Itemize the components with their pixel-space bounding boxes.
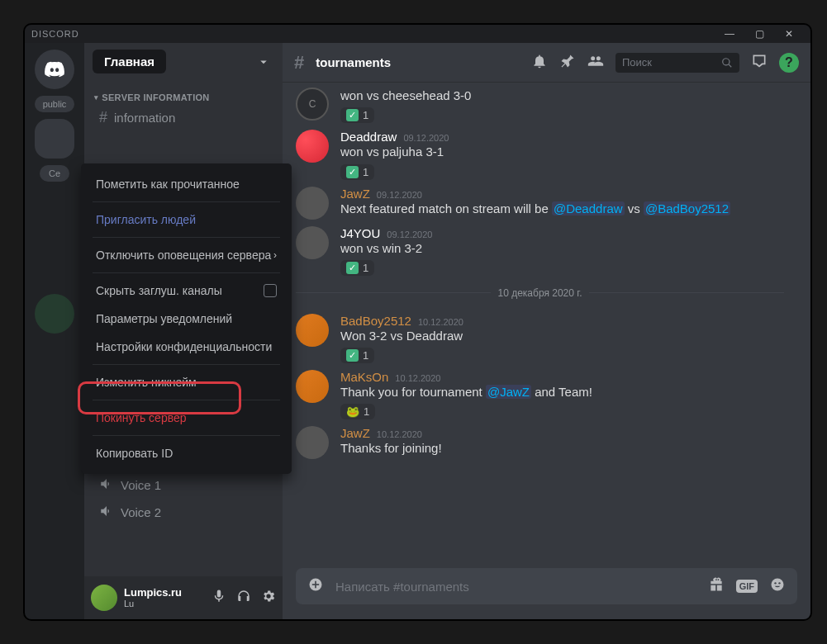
rail-server-public[interactable]: public: [35, 96, 74, 112]
message-date: 10.12.2020: [395, 373, 440, 383]
avatar[interactable]: [296, 187, 329, 220]
app-window: DISCORD — ▢ ✕ public Ce Главная: [23, 23, 812, 621]
avatar[interactable]: C: [296, 88, 329, 121]
chat-area: # tournaments Поиск ? C: [283, 43, 810, 619]
message-text: Thanks for joining!: [340, 440, 442, 457]
window-maximize-button[interactable]: ▢: [745, 28, 775, 40]
avatar[interactable]: [296, 314, 329, 347]
chevron-right-icon: ›: [273, 249, 277, 261]
message-text: won vs cheesehead 3-0: [340, 88, 471, 104]
headphones-icon[interactable]: [236, 589, 251, 607]
reaction[interactable]: 1: [340, 164, 374, 180]
category-label: SERVER INFORMATION: [102, 92, 209, 102]
message-author[interactable]: J4YOU: [340, 226, 380, 240]
svg-point-1: [772, 578, 784, 590]
message-list: C won vs cheesehead 3-0 1 Deaddraw09.12.…: [283, 83, 810, 568]
search-input[interactable]: Поиск: [615, 53, 739, 73]
gear-icon[interactable]: [261, 589, 276, 607]
message-author[interactable]: JawZ: [340, 187, 370, 201]
avatar[interactable]: [91, 585, 117, 611]
channel-item[interactable]: Voice 1: [91, 472, 276, 498]
server-name: Главная: [93, 50, 166, 73]
menu-notification-settings[interactable]: Параметры уведомлений: [88, 305, 285, 333]
menu-mute-server[interactable]: Отключить оповещения сервера›: [88, 241, 285, 269]
gif-icon[interactable]: GIF: [736, 580, 758, 593]
message-text: Next featured match on stream will be @D…: [340, 201, 730, 217]
window-close-button[interactable]: ✕: [775, 28, 804, 40]
message-date: 10.12.2020: [418, 317, 463, 327]
svg-point-2: [774, 582, 776, 584]
message-date: 09.12.2020: [377, 190, 422, 200]
search-icon: [721, 57, 733, 69]
chat-header: # tournaments Поиск ?: [283, 43, 810, 83]
svg-point-3: [778, 582, 780, 584]
hash-icon: #: [294, 52, 304, 73]
search-placeholder: Поиск: [622, 56, 652, 69]
reaction[interactable]: 1: [340, 260, 374, 276]
rail-server-item[interactable]: [35, 294, 74, 334]
menu-change-nickname[interactable]: Изменить никнейм: [88, 368, 285, 396]
pin-icon[interactable]: [559, 53, 576, 73]
avatar[interactable]: [296, 130, 329, 163]
server-header[interactable]: Главная: [84, 43, 283, 83]
message-author[interactable]: JawZ: [340, 426, 370, 440]
channel-item[interactable]: # information: [91, 105, 276, 130]
hash-icon: #: [99, 109, 107, 126]
emoji-icon[interactable]: [769, 576, 786, 597]
bell-icon[interactable]: [531, 53, 548, 73]
avatar[interactable]: [296, 426, 329, 459]
server-rail: public Ce: [25, 43, 84, 619]
channel-label: information: [114, 111, 175, 125]
rail-server-item[interactable]: [35, 119, 74, 159]
reaction[interactable]: 1: [340, 348, 374, 363]
menu-hide-muted[interactable]: Скрыть заглуш. каналы: [88, 277, 285, 305]
message-text: won vs paljuha 3-1: [340, 144, 449, 160]
message-author[interactable]: MaKsOn: [340, 370, 388, 384]
menu-privacy-settings[interactable]: Настройки конфиденциальности: [88, 333, 285, 361]
menu-leave-server[interactable]: Покинуть сервер: [88, 404, 285, 432]
channel-title: tournaments: [316, 55, 391, 69]
message-date: 09.12.2020: [403, 133, 449, 143]
mention[interactable]: @Deaddraw: [552, 201, 625, 215]
channel-label: Voice 2: [121, 505, 161, 519]
speaker-icon: [99, 476, 114, 494]
titlebar: DISCORD — ▢ ✕: [25, 25, 810, 43]
category-header[interactable]: ▾ SERVER INFORMATION: [84, 83, 283, 104]
rail-server-ce[interactable]: Ce: [40, 165, 69, 182]
message-input-placeholder: Написать #tournaments: [335, 580, 469, 594]
reaction[interactable]: 🐸1: [340, 404, 375, 419]
username: Lumpics.ru: [124, 587, 182, 599]
user-bar: Lumpics.ru Lu: [84, 576, 283, 619]
message-author[interactable]: BadBoy2512: [340, 314, 411, 328]
mic-icon[interactable]: [212, 589, 226, 607]
avatar[interactable]: [296, 226, 329, 259]
mention[interactable]: @BadBoy2512: [644, 201, 730, 215]
window-minimize-button[interactable]: —: [715, 28, 745, 40]
menu-invite-people[interactable]: Пригласить людей: [88, 206, 285, 234]
attach-icon[interactable]: [307, 576, 324, 597]
inbox-icon[interactable]: [751, 53, 768, 73]
chevron-down-icon: [256, 54, 271, 72]
speaker-icon: [99, 504, 114, 521]
user-tag: Lu: [124, 599, 182, 608]
menu-mark-read[interactable]: Пометить как прочитанное: [88, 170, 285, 198]
message-text: Won 3-2 vs Deaddraw: [340, 328, 463, 344]
message-text: Thank you for tournament @JawZ and Team!: [340, 384, 592, 400]
reaction[interactable]: 1: [340, 107, 374, 123]
channel-item[interactable]: Voice 2: [91, 500, 276, 525]
date-divider: 10 декабря 2020 г.: [296, 287, 784, 299]
home-server-icon[interactable]: [35, 50, 74, 89]
message-date: 09.12.2020: [387, 230, 432, 239]
server-context-menu: Пометить как прочитанное Пригласить люде…: [81, 163, 292, 474]
help-icon[interactable]: ?: [779, 53, 799, 73]
gift-icon[interactable]: [708, 576, 725, 597]
message-author[interactable]: Deaddraw: [340, 130, 397, 144]
menu-copy-id[interactable]: Копировать ID: [88, 439, 285, 467]
mention[interactable]: @JawZ: [486, 385, 531, 399]
chevron-down-icon: ▾: [94, 93, 98, 102]
message-input[interactable]: Написать #tournaments GIF: [296, 568, 797, 604]
members-icon[interactable]: [587, 53, 604, 73]
checkbox-icon: [264, 284, 277, 297]
message-text: won vs win 3-2: [340, 240, 432, 257]
avatar[interactable]: [296, 370, 329, 403]
